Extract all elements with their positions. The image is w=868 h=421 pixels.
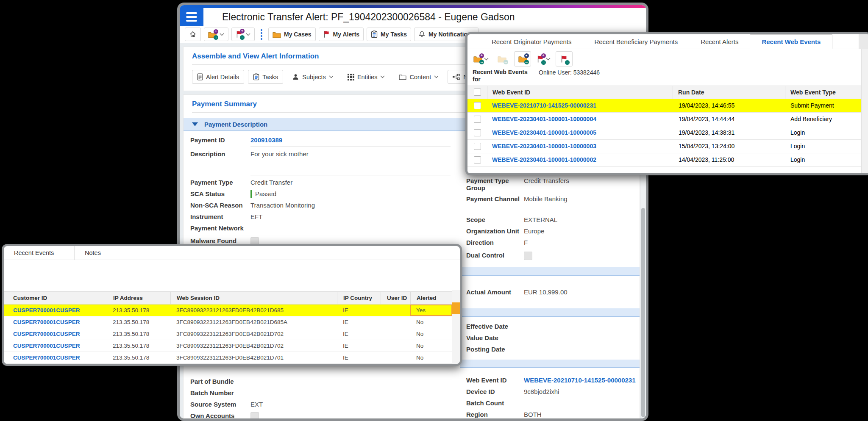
folder-search-icon: ●→ <box>518 55 527 63</box>
tab-notes[interactable]: Notes <box>75 246 111 260</box>
folder-icon <box>273 31 281 38</box>
alerted-cell: No <box>410 340 452 352</box>
table-row[interactable]: WEBEVE-20230401-100001-10000005 19/04/20… <box>467 126 862 140</box>
table-row-highlighted[interactable]: CUSPER700001CUSPER 213.35.50.178 3FC8909… <box>4 305 452 316</box>
payment-id-link[interactable]: 200910389 <box>250 136 282 144</box>
own-accounts-checkbox[interactable] <box>250 412 259 421</box>
content-button[interactable]: Content <box>394 70 444 84</box>
column-header[interactable]: Web Event Type <box>785 86 862 99</box>
table-row[interactable]: WEBEVE-20230401-100001-10000002 14/04/20… <box>467 153 862 167</box>
web-events-scrollbar[interactable] <box>861 49 868 173</box>
table-row[interactable]: WEBEVE-20230401-100001-10000004 19/04/20… <box>467 113 862 126</box>
event-type-cell: Submit Payment <box>785 99 862 112</box>
alerted-cell: Yes <box>410 305 452 316</box>
field-batch-number: Batch Number <box>190 388 451 399</box>
run-date-cell: 19/04/2023, 14:46:55 <box>673 99 785 112</box>
column-header[interactable]: IP Address <box>107 292 170 304</box>
column-header[interactable]: Web Event ID <box>487 86 673 99</box>
column-header[interactable]: Web Session ID <box>170 292 337 304</box>
scrollbar-alert-marker[interactable] <box>452 302 460 314</box>
subjects-button[interactable]: Subjects <box>287 70 339 84</box>
my-cases-button[interactable]: My Cases <box>268 28 316 41</box>
tab-recent-events[interactable]: Recent Events <box>4 246 75 260</box>
row-checkbox[interactable] <box>474 156 481 163</box>
recent-events-scrollbar[interactable] <box>452 290 460 364</box>
row-checkbox[interactable] <box>474 143 481 150</box>
add-to-alert-button[interactable]: +→ <box>535 51 552 66</box>
web-event-id-link[interactable]: WEBEVE-20210710-141525-00000231 <box>492 102 596 109</box>
field-label: Batch Count <box>466 399 524 407</box>
my-tasks-button[interactable]: My Tasks <box>367 28 411 41</box>
move-to-alert-button[interactable]: → <box>556 51 573 66</box>
home-icon <box>189 30 197 38</box>
home-button[interactable] <box>185 28 201 41</box>
alert-details-button[interactable]: Alert Details <box>192 70 244 84</box>
tasks-button[interactable]: Tasks <box>248 70 283 84</box>
field-label: Non-SCA Reason <box>190 202 250 209</box>
window-accent-gradient <box>180 5 646 8</box>
table-row[interactable]: CUSPER700001CUSPER 213.35.50.178 3FC8909… <box>4 340 452 352</box>
web-event-id-link[interactable]: WEBEVE-20230401-100001-10000002 <box>492 156 596 163</box>
my-alerts-button[interactable]: My Alerts <box>319 28 364 41</box>
web-events-subheader: Recent Web Events for Online User: 53382… <box>467 69 868 86</box>
customer-id-link[interactable]: CUSPER700001CUSPER <box>13 319 80 325</box>
field-value: BOTH <box>524 411 640 418</box>
description-value: For your sick mother <box>250 150 451 175</box>
row-checkbox[interactable] <box>474 129 481 136</box>
table-row[interactable]: CUSPER700001CUSPER 213.35.50.178 3FC8909… <box>4 328 452 340</box>
run-date-cell: 19/04/2023, 14:44:44 <box>673 113 785 126</box>
field-payment-id: Payment ID 200910389 <box>190 135 451 149</box>
tab-scroll-corner[interactable] <box>859 34 868 49</box>
dual-control-checkbox[interactable] <box>524 252 532 260</box>
entities-button[interactable]: Entities <box>342 70 390 84</box>
recent-events-window: Recent Events Notes Customer ID IP Addre… <box>2 244 462 366</box>
tab-recent-originator-payments[interactable]: Recent Originator Payments <box>480 34 583 49</box>
table-row-highlighted[interactable]: WEBEVE-20210710-141525-00000231 19/04/20… <box>467 99 862 113</box>
customer-id-link[interactable]: CUSPER700001CUSPER <box>13 343 80 349</box>
column-header[interactable]: User ID <box>381 292 410 304</box>
document-icon <box>197 73 203 80</box>
table-row[interactable]: WEBEVE-20230401-100001-10000003 15/04/20… <box>467 140 862 153</box>
column-header[interactable]: Run Date <box>673 86 785 99</box>
column-header[interactable]: Customer ID <box>4 292 107 304</box>
table-header: Customer ID IP Address Web Session ID IP… <box>4 291 452 305</box>
select-all-checkbox[interactable] <box>474 89 481 96</box>
flag-icon <box>323 30 330 38</box>
new-case-button[interactable]: +→ <box>204 28 228 41</box>
web-events-tab-bar: Recent Originator Payments Recent Benefi… <box>467 34 868 49</box>
scrollbar-thumb[interactable] <box>641 208 645 417</box>
row-checkbox[interactable] <box>474 116 481 123</box>
field-value: 9c8bjod2ixhi <box>524 388 640 396</box>
field-label: SCA Status <box>190 190 250 197</box>
folder-add-icon: +→ <box>208 31 217 38</box>
field-value: EXT <box>250 401 451 408</box>
table-row[interactable]: CUSPER700001CUSPER 213.35.50.178 3FC8909… <box>4 316 452 328</box>
user-id-cell <box>381 352 410 363</box>
table-row[interactable]: CUSPER700001CUSPER 213.35.50.178 3FC8909… <box>4 352 452 364</box>
web-event-id-link[interactable]: WEBEVE-20230401-100001-10000005 <box>492 129 596 136</box>
add-to-case-button[interactable]: +→ <box>473 51 490 66</box>
field-label: Source System <box>190 401 250 408</box>
customer-id-link[interactable]: CUSPER700001CUSPER <box>13 355 80 361</box>
new-alert-button[interactable]: +→ <box>231 28 255 41</box>
user-id-cell <box>381 328 410 340</box>
tab-recent-alerts[interactable]: Recent Alerts <box>689 34 750 49</box>
column-header[interactable]: Alerted <box>410 292 452 304</box>
customer-id-link[interactable]: CUSPER700001CUSPER <box>13 331 80 337</box>
hamburger-menu-button[interactable] <box>180 8 203 26</box>
tab-recent-beneficiary-payments[interactable]: Recent Beneficiary Payments <box>583 34 689 49</box>
field-label: Dual Control <box>466 252 524 259</box>
folder-add-icon: +→ <box>473 55 482 63</box>
web-event-id-link[interactable]: WEBEVE-20230401-100001-10000003 <box>492 143 596 150</box>
chevron-down-icon <box>484 58 489 61</box>
tab-recent-web-events[interactable]: Recent Web Events <box>750 34 832 49</box>
row-checkbox[interactable] <box>474 102 481 109</box>
field-payment-network: Payment Network <box>190 223 451 234</box>
column-header[interactable]: IP Country <box>337 292 381 304</box>
web-event-id-link[interactable]: WEBEVE-20210710-141525-00000231 <box>524 377 636 384</box>
event-type-cell: Login <box>785 126 862 139</box>
search-case-button[interactable]: ●→ <box>514 51 531 66</box>
customer-id-link[interactable]: CUSPER700001CUSPER <box>13 307 80 313</box>
field-payment-channel: Payment Channel Mobile Banking <box>460 194 640 205</box>
web-event-id-link[interactable]: WEBEVE-20230401-100001-10000004 <box>492 116 596 122</box>
